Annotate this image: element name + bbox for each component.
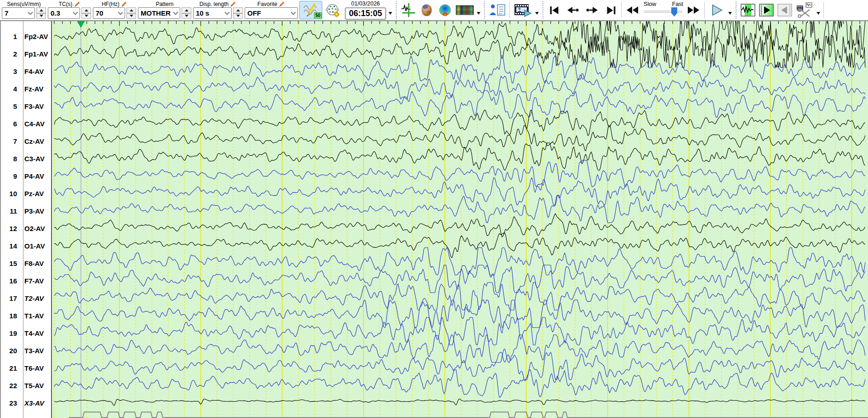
- video-button[interactable]: [512, 1, 533, 19]
- fast-forward-icon: [686, 4, 700, 16]
- slower-button[interactable]: [624, 2, 641, 18]
- sensitivity-spin-up-button[interactable]: [36, 7, 46, 13]
- channel-row[interactable]: 4Fz-AV: [1, 80, 51, 97]
- display-length-label: Disp. length: [200, 1, 228, 7]
- tc-spin-up-button[interactable]: [81, 7, 91, 13]
- go-last-button[interactable]: [602, 2, 619, 18]
- current-time[interactable]: 06:15:05: [345, 7, 386, 20]
- eeg-waveform-area[interactable]: [52, 21, 868, 418]
- chevron-down-icon: [173, 10, 178, 15]
- play-button[interactable]: [707, 2, 726, 18]
- display-length-select[interactable]: 10 s: [193, 7, 232, 19]
- hf-spin-down-button[interactable]: [126, 13, 136, 19]
- hf-spin-up-button[interactable]: [126, 7, 136, 13]
- map-dropdown-icon[interactable]: [477, 12, 480, 15]
- channel-row[interactable]: 20T3-AV: [1, 342, 51, 359]
- channel-row[interactable]: 22T5-AV: [1, 377, 51, 394]
- channel-row[interactable]: 11P3-AV: [1, 202, 51, 220]
- channel-row[interactable]: 17T2-AV: [1, 289, 51, 307]
- display-length-spin-up-button[interactable]: [233, 7, 243, 13]
- pencil-icon[interactable]: [74, 1, 80, 7]
- channel-label: F8-AV: [24, 260, 44, 267]
- channel-label: X3-AV: [24, 399, 44, 407]
- video-dropdown-icon[interactable]: [535, 12, 539, 15]
- channel-row[interactable]: 2Fp1-AV: [1, 45, 51, 62]
- sensitivity-select[interactable]: 7: [2, 7, 35, 19]
- channel-row[interactable]: 21T6-AV: [1, 359, 51, 377]
- clip-dropdown-icon[interactable]: [817, 12, 820, 15]
- patient-info-button[interactable]: [488, 1, 507, 19]
- channel-row[interactable]: 5F3-AV: [1, 97, 51, 115]
- toolbar: Sens(uV/mm) 7 TC(s) 0.3: [0, 0, 868, 21]
- display-length-spin-down-button[interactable]: [233, 13, 243, 19]
- channel-row[interactable]: 6C4-AV: [1, 115, 51, 132]
- head-3d-map-button[interactable]: [418, 1, 435, 19]
- current-date: 01/03/2026: [351, 0, 380, 7]
- channel-row[interactable]: 18T1-AV: [1, 307, 51, 324]
- go-first-button[interactable]: [546, 2, 563, 18]
- speed-fast-label: Fast: [672, 1, 683, 7]
- channel-row[interactable]: 14O1-AV: [1, 237, 51, 254]
- channel-number: 16: [1, 277, 20, 285]
- clip-video-button[interactable]: [794, 1, 815, 19]
- favorite-value: OFF: [247, 9, 261, 17]
- tc-spin-down-button[interactable]: [81, 13, 91, 19]
- channel-row[interactable]: M: [1, 412, 51, 418]
- channel-row[interactable]: 23X3-AV: [1, 394, 51, 412]
- channel-row[interactable]: 10Pz-AV: [1, 185, 51, 202]
- channel-row[interactable]: 15F8-AV: [1, 254, 51, 272]
- marker-cursor-button[interactable]: [400, 1, 417, 19]
- channel-row[interactable]: 8C3-AV: [1, 150, 51, 167]
- next-page-button[interactable]: [583, 2, 601, 18]
- review-mode-button[interactable]: [739, 1, 757, 19]
- time-dropdown-icon[interactable]: [388, 12, 392, 15]
- filter-50hz-button[interactable]: 50: [299, 1, 322, 19]
- spin-up-icon: [236, 9, 240, 11]
- display-length-value: 10 s: [196, 9, 209, 17]
- sensitivity-spin-down-button[interactable]: [36, 13, 46, 19]
- dsa-trend-button[interactable]: [455, 1, 475, 19]
- channel-row[interactable]: 9P4-AV: [1, 167, 51, 185]
- speed-slow-label: Slow: [644, 1, 656, 7]
- prev-page-button[interactable]: [564, 2, 582, 18]
- pattern-spin-up-button[interactable]: [182, 7, 191, 13]
- toolbar-separator: [621, 2, 622, 18]
- display-length-group: Disp. length 10 s: [193, 0, 243, 19]
- play-forward-mode-button[interactable]: [758, 1, 775, 19]
- topo-map-button[interactable]: [436, 1, 454, 19]
- play-backward-mode-button[interactable]: [776, 1, 794, 19]
- chevron-down-icon: [118, 10, 123, 15]
- speed-slider[interactable]: Slow Fast: [643, 1, 683, 18]
- pencil-icon[interactable]: [279, 1, 285, 7]
- pattern-select[interactable]: MOTHER: [138, 7, 180, 19]
- toolbar-separator: [823, 2, 824, 18]
- channel-label: Fz-AV: [24, 85, 43, 93]
- spin-up-icon: [185, 9, 188, 11]
- channel-label: O2-AV: [24, 225, 45, 232]
- hf-select[interactable]: 70: [93, 7, 125, 19]
- montage-settings-button[interactable]: [323, 1, 343, 19]
- eeg-trace-canvas[interactable]: [52, 21, 868, 418]
- head-3d-icon: [419, 3, 434, 17]
- pattern-value: MOTHER: [141, 9, 171, 17]
- channel-row[interactable]: 12O2-AV: [1, 220, 51, 237]
- speed-slider-thumb[interactable]: [671, 7, 677, 17]
- channel-row[interactable]: 16F7-AV: [1, 272, 51, 289]
- channel-row[interactable]: 19T4-AV: [1, 324, 51, 342]
- pencil-icon[interactable]: [230, 1, 236, 7]
- channel-row[interactable]: 3F4-AV: [1, 62, 51, 80]
- pattern-spin-down-button[interactable]: [182, 13, 191, 19]
- faster-button[interactable]: [685, 2, 702, 18]
- tc-select[interactable]: 0.3: [48, 7, 80, 19]
- rewind-icon: [626, 4, 640, 16]
- favorite-select[interactable]: OFF: [245, 7, 298, 19]
- channel-row[interactable]: 1Fp2-AV: [1, 28, 51, 45]
- channel-label: P4-AV: [24, 172, 44, 180]
- channel-number: 22: [1, 382, 20, 390]
- pencil-icon[interactable]: [121, 1, 127, 7]
- channel-row[interactable]: 7Cz-AV: [1, 132, 51, 150]
- channel-number: 17: [1, 294, 20, 302]
- play-dropdown-icon[interactable]: [728, 12, 732, 15]
- spin-up-icon: [130, 9, 133, 11]
- channel-number: 20: [1, 347, 20, 355]
